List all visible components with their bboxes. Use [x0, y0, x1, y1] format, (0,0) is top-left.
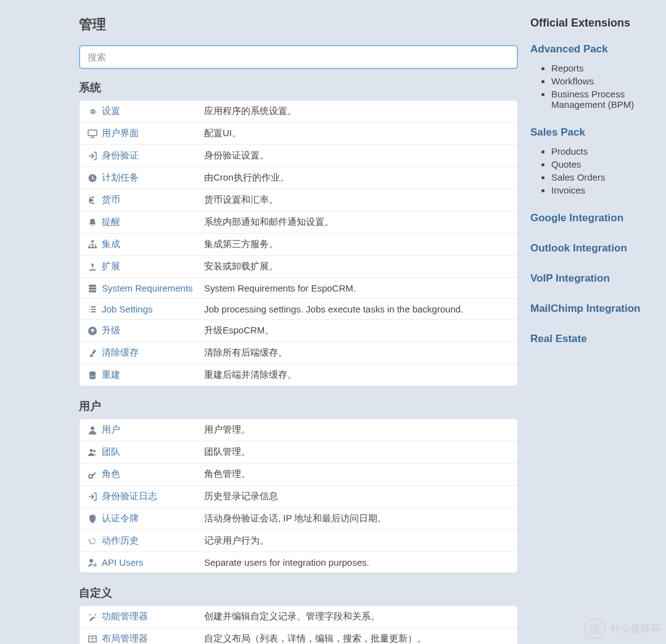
- admin-row: 认证令牌活动身份验证会话, IP 地址和最后访问日期。: [80, 508, 517, 530]
- shield-icon: [86, 514, 99, 524]
- admin-link[interactable]: 身份验证日志: [102, 491, 157, 501]
- admin-desc: 重建后端并清除缓存。: [204, 369, 511, 381]
- gear-icon: [86, 107, 99, 116]
- section-title: 用户: [79, 399, 518, 414]
- admin-desc: 记录用户行为。: [204, 535, 511, 547]
- admin-row: 身份验证身份验证设置。: [80, 145, 517, 167]
- broom-icon: [86, 348, 99, 358]
- admin-link[interactable]: 功能管理器: [102, 611, 148, 621]
- admin-link[interactable]: 货币: [102, 194, 120, 205]
- admin-link[interactable]: System Requirements: [102, 283, 193, 293]
- section-title: 自定义: [79, 585, 518, 600]
- admin-link[interactable]: 扩展: [102, 261, 120, 271]
- extension-link[interactable]: Outlook Integration: [524, 237, 666, 259]
- admin-row: 用户用户管理。: [80, 419, 517, 441]
- admin-row: 身份验证日志历史登录记录信息: [80, 486, 517, 508]
- admin-row: 功能管理器创建并编辑自定义记录。管理字段和关系。: [80, 606, 517, 628]
- clock-icon: [86, 173, 99, 183]
- server-icon: [86, 283, 99, 293]
- section-panel: 用户用户管理。团队团队管理。角色角色管理。身份验证日志历史登录记录信息认证令牌活…: [79, 418, 518, 573]
- monitor-icon: [86, 129, 99, 139]
- admin-row: 清除缓存清除所有后端缓存。: [80, 342, 517, 364]
- admin-link[interactable]: 布局管理器: [102, 633, 148, 643]
- admin-link[interactable]: 用户界面: [102, 128, 139, 138]
- extension-feature-item: Reports: [551, 62, 666, 75]
- admin-desc: 历史登录记录信息: [204, 491, 511, 502]
- login-icon: [86, 151, 99, 161]
- admin-link[interactable]: 重建: [102, 369, 120, 380]
- admin-link[interactable]: 清除缓存: [102, 347, 139, 357]
- user-icon: [86, 425, 99, 435]
- extension-feature-item: Quotes: [551, 158, 666, 171]
- admin-link[interactable]: 身份验证: [102, 150, 139, 160]
- extension-features: ProductsQuotesSales OrdersInvoices: [524, 145, 666, 197]
- database-icon: [86, 370, 99, 380]
- admin-desc: 集成第三方服务。: [204, 238, 511, 250]
- extension-link[interactable]: Real Estate: [524, 328, 666, 350]
- admin-desc: 配置UI。: [204, 128, 511, 139]
- admin-link[interactable]: Job Settings: [102, 304, 153, 314]
- admin-desc: 升级EspoCRM。: [204, 325, 511, 336]
- extension-link[interactable]: Sales Pack: [524, 121, 666, 144]
- admin-desc: Separate users for integration purposes.: [204, 557, 511, 568]
- admin-row: 团队团队管理。: [80, 441, 517, 463]
- admin-link[interactable]: 动作历史: [102, 535, 139, 545]
- admin-desc: 应用程序的系统设置。: [204, 105, 511, 117]
- extension-link[interactable]: MailChimp Integration: [524, 298, 666, 320]
- extension-feature-item: Business Process Management (BPM): [551, 88, 666, 111]
- admin-link[interactable]: 升级: [102, 325, 120, 335]
- admin-link[interactable]: 用户: [102, 424, 120, 434]
- extension-feature-item: Workflows: [551, 75, 666, 88]
- list-icon: [86, 304, 99, 314]
- admin-desc: 自定义布局（列表，详情，编辑，搜索，批量更新）。: [204, 633, 511, 644]
- extension-link[interactable]: VoIP Integration: [524, 267, 666, 290]
- extension-features: ReportsWorkflowsBusiness Process Managem…: [524, 62, 666, 111]
- admin-desc: 用户管理。: [204, 424, 511, 436]
- admin-row: Job SettingsJob processing settings. Job…: [80, 299, 517, 320]
- admin-desc: 身份验证设置。: [204, 150, 511, 161]
- admin-desc: 活动身份验证会话, IP 地址和最后访问日期。: [204, 513, 511, 524]
- euro-icon: [86, 195, 99, 205]
- admin-desc: 货币设置和汇率。: [204, 194, 511, 206]
- arrowup-icon: [86, 326, 99, 336]
- extension-feature-item: Sales Orders: [551, 171, 666, 184]
- admin-row: 提醒系统内部通知和邮件通知设置。: [80, 211, 517, 234]
- admin-desc: 清除所有后端缓存。: [204, 347, 511, 359]
- admin-link[interactable]: 集成: [102, 238, 120, 249]
- table-icon: [86, 634, 99, 644]
- extensions-sidebar: Official Extensions Advanced PackReports…: [524, 15, 666, 644]
- users-icon: [86, 447, 99, 457]
- admin-desc: System Requirements for EspoCRM.: [204, 283, 511, 293]
- extensions-title: Official Extensions: [530, 17, 666, 30]
- section-title: 系统: [79, 80, 518, 95]
- admin-link[interactable]: 设置: [102, 105, 120, 116]
- admin-link[interactable]: 计划任务: [102, 172, 139, 182]
- sitemap-icon: [86, 240, 99, 250]
- admin-row: API UsersSeparate users for integration …: [80, 552, 517, 573]
- extension-link[interactable]: Google Integration: [524, 207, 666, 229]
- search-input[interactable]: [88, 52, 509, 62]
- tools-icon: [86, 612, 99, 622]
- admin-link[interactable]: 角色: [102, 468, 120, 479]
- usergear-icon: [86, 558, 99, 568]
- admin-link[interactable]: 认证令牌: [102, 513, 139, 523]
- admin-desc: 安装或卸载扩展。: [204, 261, 511, 272]
- upload-icon: [86, 262, 99, 272]
- extension-link[interactable]: Advanced Pack: [524, 38, 666, 60]
- admin-row: 布局管理器自定义布局（列表，详情，编辑，搜索，批量更新）。: [80, 628, 517, 644]
- admin-link[interactable]: API Users: [102, 557, 144, 568]
- admin-row: System RequirementsSystem Requirements f…: [80, 278, 517, 299]
- admin-desc: 由Cron执行的作业。: [204, 172, 511, 184]
- admin-desc: 创建并编辑自定义记录。管理字段和关系。: [204, 611, 511, 622]
- admin-row: 动作历史记录用户行为。: [80, 530, 517, 552]
- admin-desc: 角色管理。: [204, 468, 511, 480]
- admin-link[interactable]: 提醒: [102, 216, 120, 227]
- search-box[interactable]: [79, 45, 518, 69]
- admin-row: 用户界面配置UI。: [80, 123, 517, 145]
- admin-row: 角色角色管理。: [80, 463, 517, 486]
- admin-row: 重建重建后端并清除缓存。: [80, 364, 517, 386]
- extension-feature-item: Products: [551, 145, 666, 158]
- bell-icon: [86, 218, 99, 227]
- admin-link[interactable]: 团队: [102, 446, 120, 457]
- admin-desc: 系统内部通知和邮件通知设置。: [204, 216, 511, 228]
